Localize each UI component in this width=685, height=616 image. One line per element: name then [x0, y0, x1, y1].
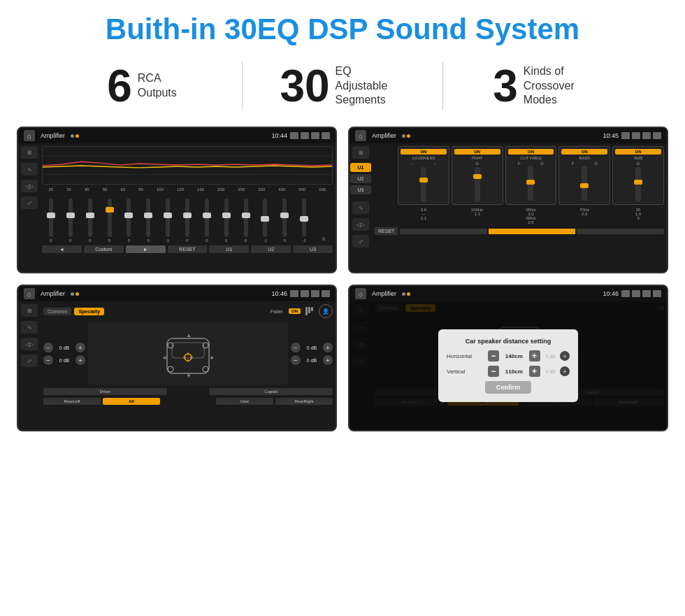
- xover-filter-icon[interactable]: ⊞: [352, 146, 369, 159]
- xover-speaker-icon[interactable]: ◁▷: [352, 218, 369, 231]
- eq-slider-6[interactable]: 0: [159, 199, 177, 243]
- eq-play-button[interactable]: ►: [126, 245, 166, 253]
- eq-slider-2[interactable]: 0: [81, 199, 99, 243]
- db-minus-br[interactable]: −: [291, 355, 301, 365]
- eq-slider-4[interactable]: 0: [120, 199, 138, 243]
- fader-tab-common[interactable]: Common: [43, 308, 71, 315]
- db-plus-br[interactable]: +: [323, 355, 333, 365]
- dialog-horizontal-row: Horizontal − 140cm + 0 dB +: [447, 350, 570, 361]
- eq-slider-10[interactable]: 0: [237, 199, 255, 243]
- sub-on-badge[interactable]: ON: [615, 149, 661, 155]
- xover-wave-icon[interactable]: ∿: [352, 201, 369, 214]
- home-icon-eq[interactable]: [24, 130, 35, 141]
- home-icon-fader[interactable]: [24, 288, 35, 299]
- xover-reset-button[interactable]: RESET: [375, 227, 398, 235]
- eq-filter-icon[interactable]: ⊞: [21, 146, 38, 159]
- xdot2: [407, 134, 410, 138]
- xover-expand-icon[interactable]: ⤢: [352, 235, 369, 248]
- sub-slider[interactable]: [635, 167, 641, 202]
- fader-rearright-btn[interactable]: RearRight: [275, 398, 333, 405]
- eq-slider-11[interactable]: -1: [256, 199, 274, 243]
- eq-u1-button[interactable]: U1: [209, 245, 249, 253]
- vertical-plus-button[interactable]: +: [529, 366, 540, 377]
- bass-label: BASS: [561, 156, 607, 160]
- db-plus-tl[interactable]: +: [75, 343, 85, 352]
- loudness-on-badge[interactable]: ON: [401, 149, 447, 155]
- vertical-value: 110cm: [502, 368, 526, 375]
- eq-slider-13[interactable]: -1: [295, 199, 313, 243]
- eq-u2-button[interactable]: U2: [251, 245, 291, 253]
- stat-crossover: 3 Kinds ofCrossover Modes: [443, 64, 643, 108]
- eq-preset-custom[interactable]: Custom: [84, 245, 124, 253]
- fader-driver-btn[interactable]: Driver: [43, 388, 167, 395]
- bass-on-badge[interactable]: ON: [561, 149, 607, 155]
- fader-profile-icon[interactable]: 👤: [319, 304, 333, 318]
- svg-text:▲: ▲: [186, 332, 192, 338]
- stat-eq-number: 30: [280, 64, 329, 108]
- fader-all-btn[interactable]: All: [103, 398, 160, 405]
- car-diagram-svg: ▲ ▼ ◄ ►: [157, 324, 219, 384]
- xover-channels-row: ON LOUDNESS ~~ ON PHAT G: [375, 146, 664, 205]
- fader-expand-icon[interactable]: ⤢: [21, 354, 38, 367]
- fader-vol-icon: [301, 290, 309, 297]
- fader-speaker-icon[interactable]: ◁▷: [21, 338, 38, 350]
- home-icon-xover[interactable]: [355, 130, 366, 141]
- db-plus-bl[interactable]: +: [75, 355, 85, 365]
- confirm-button[interactable]: Confirm: [485, 381, 532, 394]
- fader-wave-icon[interactable]: ∿: [21, 321, 38, 334]
- screen-eq: Amplifier 10:44 ⊞ ∿ ◁▷ ⤢: [17, 127, 337, 273]
- eq-reset-button[interactable]: RESET: [168, 245, 208, 253]
- horizontal-minus-button[interactable]: −: [488, 350, 499, 361]
- status-icons-eq: [290, 132, 330, 139]
- eq-expand-icon[interactable]: ⤢: [21, 196, 38, 209]
- xover-ch-cutfreq: ON CUT FREQ FG: [505, 146, 557, 205]
- screen-fader: Amplifier 10:46 ⊞ ∿ ◁▷ ⤢: [17, 285, 337, 431]
- bass-slider[interactable]: [582, 166, 587, 201]
- eq-slider-8[interactable]: 0: [198, 199, 216, 243]
- eq-speaker-icon[interactable]: ◁▷: [21, 180, 38, 192]
- eq-slider-0[interactable]: 0: [42, 199, 60, 243]
- eq-slider-3[interactable]: 5: [101, 199, 119, 243]
- phat-slider[interactable]: [475, 167, 480, 202]
- xover-u3-btn[interactable]: U3: [350, 185, 371, 194]
- eq-slider-14: »: [315, 235, 333, 243]
- distance-dialog: Car speaker distance setting Horizontal …: [438, 329, 578, 402]
- svg-point-16: [168, 366, 173, 372]
- loudness-slider[interactable]: [421, 167, 426, 202]
- fader-filter-icon[interactable]: ⊞: [21, 304, 38, 317]
- fader-car-area: − 0 dB + − 0 dB +: [43, 322, 333, 385]
- fader-on-toggle[interactable]: ON: [289, 308, 301, 314]
- horizontal-plus-button[interactable]: +: [529, 350, 540, 361]
- xover-u2-btn[interactable]: U2: [350, 174, 371, 183]
- eq-left-sidebar: ⊞ ∿ ◁▷ ⤢: [18, 143, 41, 256]
- eq-slider-1[interactable]: 0: [62, 199, 80, 243]
- cutfreq-slider[interactable]: [528, 166, 533, 201]
- eq-slider-7[interactable]: 0: [178, 199, 196, 243]
- db-right-plus[interactable]: +: [560, 351, 570, 361]
- db-plus-tr[interactable]: +: [323, 343, 333, 352]
- eq-sliders-row: 0 0 0 5 0: [42, 194, 333, 243]
- eq-slider-12[interactable]: 0: [275, 199, 294, 243]
- db-right-plus2[interactable]: +: [560, 366, 570, 376]
- svg-point-17: [203, 366, 208, 372]
- fader-user-btn[interactable]: User: [216, 398, 273, 405]
- eq-u3-button[interactable]: U3: [293, 245, 333, 253]
- cutfreq-on-badge[interactable]: ON: [508, 149, 554, 155]
- fader-copilot-btn[interactable]: Copilot: [209, 388, 333, 395]
- fader-rearleft-btn[interactable]: RearLeft: [43, 398, 101, 405]
- phat-on-badge[interactable]: ON: [454, 149, 500, 155]
- eq-slider-9[interactable]: 0: [217, 199, 236, 243]
- eq-slider-5[interactable]: 0: [139, 199, 157, 243]
- status-title-xover: Amplifier: [372, 132, 396, 139]
- vertical-minus-button[interactable]: −: [488, 366, 499, 377]
- stats-row: 6 RCAOutputs 30 EQ AdjustableSegments 3 …: [0, 55, 685, 121]
- db-minus-tl[interactable]: −: [43, 343, 53, 352]
- eq-wave-icon[interactable]: ∿: [21, 163, 38, 176]
- xover-u1-btn[interactable]: U1: [350, 163, 371, 172]
- eq-prev-button[interactable]: ◄: [42, 245, 82, 253]
- db-minus-bl[interactable]: −: [43, 355, 53, 365]
- fader-tab-specialty[interactable]: Specialty: [74, 308, 104, 315]
- db-minus-tr[interactable]: −: [291, 343, 301, 352]
- home-icon-dist[interactable]: [355, 288, 366, 299]
- status-dots-fader: [71, 292, 79, 296]
